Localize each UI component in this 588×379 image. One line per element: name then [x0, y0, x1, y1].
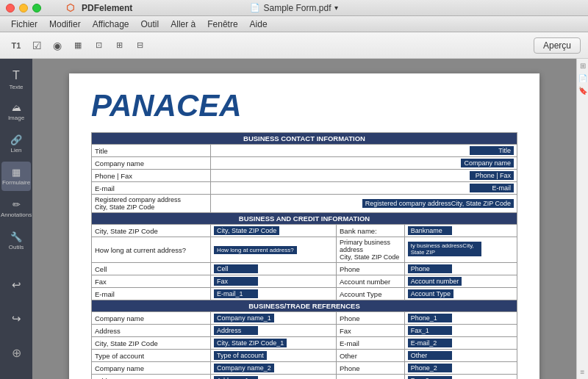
field-icon[interactable]: ⊡ [90, 37, 107, 54]
input-account-type[interactable]: Account Type [408, 289, 453, 298]
menu-fichier[interactable]: Fichier [6, 18, 43, 31]
input-ref-company-1[interactable]: Company name_1 [214, 314, 274, 322]
label-ref-address-2: Address [92, 375, 211, 380]
right-panel-page-icon[interactable]: 📄 [578, 74, 587, 82]
menu-modifier[interactable]: Modifier [44, 18, 86, 31]
sidebar-item-annotations[interactable]: ✏ Annotations [1, 194, 31, 223]
field-ref-phone-2[interactable]: Phone_2 [404, 362, 517, 375]
table-row: Address Address Fax Fax_1 [92, 325, 517, 337]
grid-icon[interactable]: ⊞ [110, 37, 128, 54]
input-email-2[interactable]: E-mail_1 [214, 289, 258, 298]
input-ref-fax-1[interactable]: Fax_1 [408, 326, 452, 335]
field-ref-company-2[interactable]: Company name_2 [211, 362, 337, 375]
sidebar-item-outils[interactable]: 🔧 Outils [1, 226, 31, 256]
input-ref-company-2[interactable]: Company name_2 [214, 364, 274, 372]
sidebar-undo[interactable]: ↩ [1, 270, 31, 300]
field-ref-city-1[interactable]: City, State ZIP Code_1 [211, 337, 337, 350]
field-title[interactable]: Title [211, 145, 517, 157]
label-other: Other [337, 350, 405, 362]
input-other[interactable]: Other [408, 351, 452, 360]
checkbox-icon[interactable]: ☑ [28, 37, 46, 54]
input-ref-phone-1[interactable]: Phone_1 [408, 314, 452, 322]
input-how-long[interactable]: How long at current address? [214, 246, 297, 254]
input-email-1[interactable]: E-mail [470, 184, 514, 192]
label-ref-phone-2: Phone [337, 362, 405, 375]
field-primary-address[interactable]: ty business addressCity, State ZIP [404, 237, 517, 263]
file-dropdown-icon[interactable]: ▾ [334, 4, 338, 12]
pdf-page: PANACEA BUSINESS CONTACT INFORMATION Tit… [69, 73, 539, 379]
field-account-type[interactable]: Account Type [404, 288, 517, 300]
input-title[interactable]: Title [470, 146, 514, 155]
sidebar-item-lien[interactable]: 🔗 Lien [1, 129, 31, 159]
sidebar-add[interactable]: ⊕ [1, 338, 31, 367]
field-how-long[interactable]: How long at current address? [211, 237, 337, 263]
sidebar-item-texte[interactable]: T Texte [1, 65, 31, 94]
toolbar-icons-group: T1 ☑ ◉ ▦ ⊡ ⊞ ⊟ [7, 37, 148, 54]
field-ref-fax-1[interactable]: Fax_1 [404, 325, 517, 337]
input-phone-fax[interactable]: Phone | Fax [470, 171, 514, 180]
text-tool-icon[interactable]: T1 [7, 37, 25, 54]
right-panel-bookmark-icon[interactable]: 🔖 [578, 87, 587, 95]
field-type-account[interactable]: Type of account [211, 350, 337, 362]
field-email-2[interactable]: E-mail_1 [211, 288, 337, 300]
field-company-name[interactable]: Company name [211, 157, 517, 170]
undo-icon: ↩ [12, 278, 21, 292]
file-name-label: Sample Form.pdf [263, 3, 331, 13]
menu-outil[interactable]: Outil [136, 18, 165, 31]
table-row: How long at current address? How long at… [92, 237, 517, 263]
input-company-name[interactable]: Company name [461, 159, 514, 167]
sidebar-redo[interactable]: ↪ [1, 304, 31, 333]
input-phone-2[interactable]: Phone [408, 264, 452, 273]
field-ref-address-2[interactable]: Address_1 [211, 375, 337, 380]
input-cell[interactable]: Cell [214, 264, 258, 273]
input-type-account[interactable]: Type of account [214, 351, 267, 360]
content-area[interactable]: PANACEA BUSINESS CONTACT INFORMATION Tit… [32, 59, 576, 379]
input-city-zip-1[interactable]: City, State ZIP Code [214, 226, 279, 235]
sidebar-item-formulaire[interactable]: ▦ Formulaire [1, 162, 31, 191]
input-account-number[interactable]: Account number [408, 277, 462, 286]
input-reg-address[interactable]: Registered company addressCity, State ZI… [362, 199, 514, 208]
apercu-button[interactable]: Aperçu [534, 37, 581, 54]
table-icon[interactable]: ▦ [69, 37, 87, 54]
field-cell[interactable]: Cell [211, 263, 337, 275]
input-primary-address[interactable]: ty business addressCity, State ZIP [408, 242, 481, 256]
tools-icon: 🔧 [10, 231, 22, 242]
input-ref-address-1[interactable]: Address [214, 326, 258, 335]
field-phone-fax[interactable]: Phone | Fax [211, 170, 517, 182]
menu-aller-a[interactable]: Aller à [165, 18, 201, 31]
minimize-button[interactable] [19, 4, 28, 12]
input-ref-email-1[interactable]: E-mail_2 [408, 339, 452, 347]
annotation-icon: ✏ [12, 199, 21, 210]
radio-icon[interactable]: ◉ [49, 37, 66, 54]
sidebar-label-outils: Outils [9, 244, 24, 250]
field-city-zip-1[interactable]: City, State ZIP Code [211, 225, 337, 237]
input-ref-address-2[interactable]: Address_1 [214, 376, 258, 379]
label-city-zip-1: City, State ZIP Code [92, 225, 211, 237]
field-ref-company-1[interactable]: Company name_1 [211, 312, 337, 325]
field-ref-fax-2[interactable]: Fax_2 [404, 375, 517, 380]
sidebar-item-image[interactable]: ⛰ Image [1, 97, 31, 126]
close-button[interactable] [6, 4, 15, 12]
input-bank-name[interactable]: Bankname [408, 226, 452, 235]
field-bank-name[interactable]: Bankname [404, 225, 517, 237]
field-account-number[interactable]: Account number [404, 275, 517, 288]
menu-fenetre[interactable]: Fenêtre [202, 18, 243, 31]
field-fax-2[interactable]: Fax [211, 275, 337, 288]
field-ref-address-1[interactable]: Address [211, 325, 337, 337]
maximize-button[interactable] [32, 4, 41, 12]
input-fax-2[interactable]: Fax [214, 277, 258, 286]
field-ref-email-1[interactable]: E-mail_2 [404, 337, 517, 350]
right-panel-grid-icon[interactable]: ⊞ [580, 62, 586, 70]
menu-affichage[interactable]: Affichage [87, 18, 135, 31]
field-phone-2[interactable]: Phone [404, 263, 517, 275]
input-ref-city-1[interactable]: City, State ZIP Code_1 [214, 339, 287, 347]
right-panel-scroll-icon[interactable]: ≡ [581, 368, 585, 376]
input-ref-phone-2[interactable]: Phone_2 [408, 364, 452, 372]
field-reg-address[interactable]: Registered company addressCity, State ZI… [211, 195, 517, 213]
field-email-1[interactable]: E-mail [211, 182, 517, 195]
field-other[interactable]: Other [404, 350, 517, 362]
menu-aide[interactable]: Aide [245, 18, 273, 31]
field-ref-phone-1[interactable]: Phone_1 [404, 312, 517, 325]
input-ref-fax-2[interactable]: Fax_2 [408, 376, 452, 379]
layout-icon[interactable]: ⊟ [131, 37, 148, 54]
